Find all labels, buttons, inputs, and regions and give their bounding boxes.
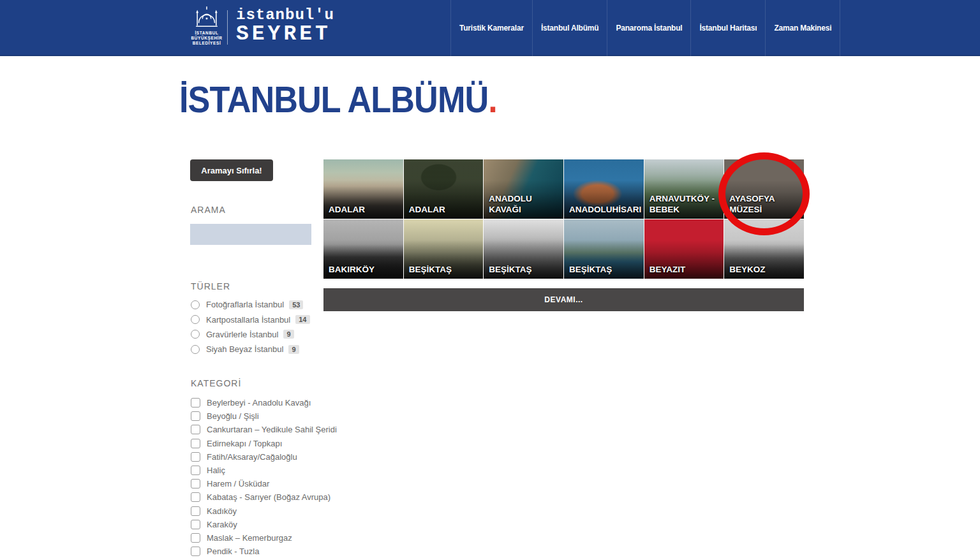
album-tile-label: BAKIRKÖY xyxy=(329,264,401,275)
count-badge: 14 xyxy=(295,315,309,324)
checkbox-icon[interactable] xyxy=(191,466,200,475)
brand-line2: SEYRET xyxy=(236,22,334,46)
album-tile-adalar-2[interactable]: ADALAR xyxy=(404,159,484,219)
album-tile-besiktas-1[interactable]: BEŞİKTAŞ xyxy=(404,219,484,279)
category-option-harem[interactable]: Harem / Üsküdar xyxy=(191,477,331,490)
nav-item-istanbul-albumu[interactable]: İstanbul Albümü xyxy=(532,0,607,56)
checkbox-icon[interactable] xyxy=(191,520,200,529)
checkbox-icon[interactable] xyxy=(191,398,200,407)
type-option-kartpostallarla[interactable]: Kartpostallarla İstanbul 14 xyxy=(191,312,325,327)
page-root: İSTANBUL BÜYÜKŞEHİR BELEDİYESİ istanbul'… xyxy=(0,0,980,558)
category-option-kadikoy[interactable]: Kadıköy xyxy=(191,504,331,518)
logo-divider xyxy=(227,10,228,45)
search-heading: ARAMA xyxy=(191,205,226,215)
category-option-edirnekapi[interactable]: Edirnekapı / Topkapı xyxy=(191,437,331,450)
types-heading: TÜRLER xyxy=(191,281,230,291)
checkbox-icon[interactable] xyxy=(191,547,200,556)
checkbox-icon[interactable] xyxy=(191,439,200,448)
checkbox-icon[interactable] xyxy=(191,452,200,462)
type-label: Siyah Beyaz İstanbul xyxy=(206,344,283,354)
reset-search-button[interactable]: Aramayı Sıfırla! xyxy=(190,159,273,181)
types-list: Fotoğraflarla İstanbul 53 Kartpostallarl… xyxy=(191,297,325,357)
site-brand[interactable]: istanbul'u SEYRET xyxy=(236,6,334,46)
album-tile-anadoluhisari[interactable]: ANADOLUHİSARI xyxy=(564,159,644,219)
album-tile-beyazit[interactable]: BEYAZIT xyxy=(644,219,724,279)
category-label: Pendik - Tuzla xyxy=(207,547,259,556)
checkbox-icon[interactable] xyxy=(191,425,200,434)
checkbox-icon[interactable] xyxy=(191,533,200,543)
type-label: Kartpostallarla İstanbul xyxy=(206,315,290,325)
album-tile-label: BEŞİKTAŞ xyxy=(569,264,641,275)
type-label: Fotoğraflarla İstanbul xyxy=(206,300,284,309)
album-tile-label: AYASOFYA MÜZESİ xyxy=(729,193,801,216)
type-label: Gravürlerle İstanbul xyxy=(206,330,278,339)
category-option-beylerbeyi[interactable]: Beylerbeyi - Anadolu Kavağı xyxy=(191,396,331,409)
brand-line1: istanbul'u xyxy=(236,6,334,24)
main-nav: Turistik Kameralar İstanbul Albümü Panar… xyxy=(450,0,840,56)
type-option-siyah-beyaz[interactable]: Siyah Beyaz İstanbul 9 xyxy=(191,342,325,356)
load-more-button[interactable]: DEVAMI... xyxy=(323,288,804,311)
album-tile-label: BEYKOZ xyxy=(729,264,801,275)
ibb-logo[interactable]: İSTANBUL BÜYÜKŞEHİR BELEDİYESİ xyxy=(186,4,227,54)
category-label: Cankurtaran – Yedikule Sahil Şeridi xyxy=(207,425,337,434)
category-option-karakoy[interactable]: Karaköy xyxy=(191,518,331,531)
nav-item-turistik-kameralar[interactable]: Turistik Kameralar xyxy=(450,0,532,56)
category-label: Karaköy xyxy=(207,520,237,529)
checkbox-icon[interactable] xyxy=(191,479,200,488)
count-badge: 53 xyxy=(289,300,303,309)
category-option-maslak[interactable]: Maslak – Kemerburgaz xyxy=(191,531,331,545)
category-label: Haliç xyxy=(207,466,225,475)
album-tile-arnavutkoy-bebek[interactable]: ARNAVUTKÖY - BEBEK xyxy=(644,159,724,219)
count-badge: 9 xyxy=(283,330,293,339)
nav-item-istanbul-haritasi[interactable]: İstanbul Haritası xyxy=(690,0,765,56)
category-label: Kabataş - Sarıyer (Boğaz Avrupa) xyxy=(207,492,330,502)
album-tile-label: ARNAVUTKÖY - BEBEK xyxy=(650,193,722,216)
checkbox-icon[interactable] xyxy=(191,411,200,421)
checkbox-icon[interactable] xyxy=(191,506,200,516)
album-tile-adalar-1[interactable]: ADALAR xyxy=(323,159,403,219)
album-tile-label: ANADOLUHİSARI xyxy=(569,204,641,216)
album-tile-besiktas-3[interactable]: BEŞİKTAŞ xyxy=(564,219,644,279)
count-badge: 9 xyxy=(288,345,299,354)
radio-icon[interactable] xyxy=(191,330,200,339)
album-tile-label: ADALAR xyxy=(329,204,401,216)
album-tile-label: ADALAR xyxy=(409,204,481,216)
nav-item-panaroma-istanbul[interactable]: Panaroma İstanbul xyxy=(607,0,690,56)
album-tile-label: BEYAZIT xyxy=(650,264,722,275)
nav-item-zaman-makinesi[interactable]: Zaman Makinesi xyxy=(765,0,840,56)
album-tile-label: ANADOLU KAVAĞI xyxy=(489,193,561,216)
type-option-fotograflarla[interactable]: Fotoğraflarla İstanbul 53 xyxy=(191,297,325,312)
search-input[interactable] xyxy=(190,224,311,245)
album-tile-label: BEŞİKTAŞ xyxy=(489,264,561,275)
category-label: Beylerbeyi - Anadolu Kavağı xyxy=(207,398,311,407)
radio-icon[interactable] xyxy=(191,315,200,324)
album-grid: ADALAR ADALAR ANADOLU KAVAĞI ANADOLUHİSA… xyxy=(323,159,804,279)
category-option-halic[interactable]: Haliç xyxy=(191,464,331,477)
category-label: Harem / Üsküdar xyxy=(207,479,269,488)
ibb-org-name: İSTANBUL BÜYÜKŞEHİR BELEDİYESİ xyxy=(191,31,223,46)
page-title: İSTANBUL ALBÜMÜ. xyxy=(179,79,497,120)
category-option-pendik[interactable]: Pendik - Tuzla xyxy=(191,545,331,558)
categories-list: Beylerbeyi - Anadolu Kavağı Beyoğlu / Şi… xyxy=(191,396,331,558)
type-option-gravurlerle[interactable]: Gravürlerle İstanbul 9 xyxy=(191,327,325,342)
top-navbar: İSTANBUL BÜYÜKŞEHİR BELEDİYESİ istanbul'… xyxy=(0,0,980,56)
album-tile-anadolu-kavagi[interactable]: ANADOLU KAVAĞI xyxy=(484,159,563,219)
album-tile-beykoz[interactable]: BEYKOZ xyxy=(724,219,804,279)
category-option-beyoglu[interactable]: Beyoğlu / Şişli xyxy=(191,409,331,423)
category-label: Beyoğlu / Şişli xyxy=(207,411,259,421)
album-tile-ayasofya-muzesi[interactable]: AYASOFYA MÜZESİ xyxy=(724,159,804,219)
ibb-mosque-icon xyxy=(193,4,220,31)
category-option-cankurtaran[interactable]: Cankurtaran – Yedikule Sahil Şeridi xyxy=(191,423,331,436)
category-option-fatih[interactable]: Fatih/Aksaray/Cağaloğlu xyxy=(191,450,331,464)
category-label: Maslak – Kemerburgaz xyxy=(207,533,292,543)
category-label: Kadıköy xyxy=(207,506,237,516)
checkbox-icon[interactable] xyxy=(191,492,200,502)
categories-heading: KATEGORİ xyxy=(191,378,241,388)
radio-icon[interactable] xyxy=(191,345,200,354)
album-tile-bakirkoy[interactable]: BAKIRKÖY xyxy=(323,219,403,279)
album-tile-besiktas-2[interactable]: BEŞİKTAŞ xyxy=(484,219,563,279)
category-label: Fatih/Aksaray/Cağaloğlu xyxy=(207,452,297,462)
category-option-kabatas[interactable]: Kabataş - Sarıyer (Boğaz Avrupa) xyxy=(191,490,331,504)
category-label: Edirnekapı / Topkapı xyxy=(207,439,282,448)
radio-icon[interactable] xyxy=(191,300,200,309)
